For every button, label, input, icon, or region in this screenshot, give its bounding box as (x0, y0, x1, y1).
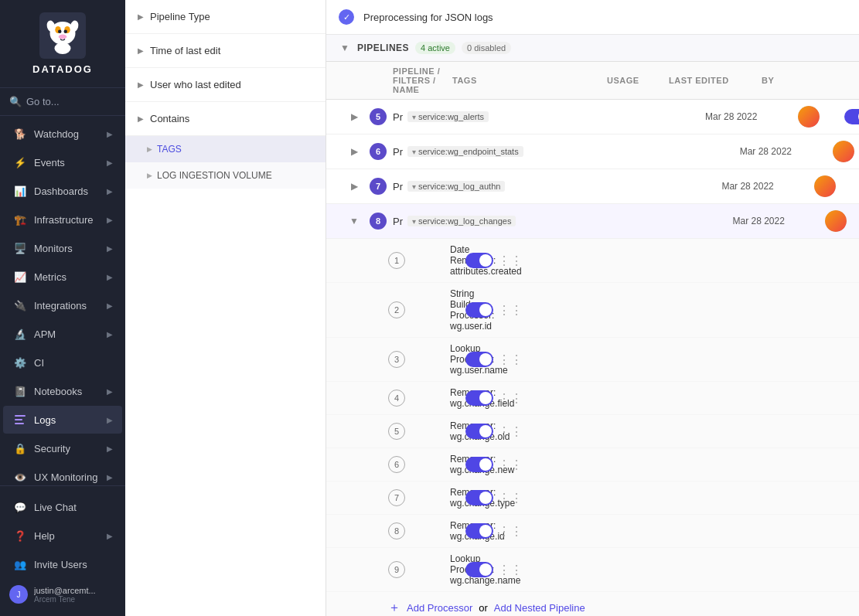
processor-toggle[interactable] (465, 352, 493, 367)
processor-row[interactable]: 1 Date Remapper: attributes.created ⋮⋮ (326, 239, 859, 283)
more-options-icon[interactable]: ⋮⋮ (498, 254, 523, 268)
more-options-icon[interactable]: ⋮⋮ (498, 524, 523, 539)
sidebar-item-ux-monitoring[interactable]: 👁️ UX Monitoring ▶ (3, 463, 122, 485)
filter-contains-label: Contains (150, 113, 189, 124)
filter-user-header[interactable]: ▶ User who last edited (125, 68, 326, 101)
invite-icon: 👥 (12, 556, 28, 572)
sidebar-item-integrations[interactable]: 🔌 Integrations ▶ (3, 291, 122, 319)
processor-row[interactable]: 2 String Builder Processor: wg.user.id ⋮… (326, 283, 859, 338)
disabled-count-badge: 0 disabled (462, 42, 511, 54)
more-options-icon[interactable]: ⋮⋮ (498, 563, 523, 577)
processor-toggle[interactable] (465, 457, 493, 472)
processor-toggle[interactable] (465, 424, 493, 439)
processor-num-badge: 4 (388, 390, 405, 407)
processor-row[interactable]: 3 Lookup Processor: wg.user.name ⋮⋮ (326, 338, 859, 382)
processor-toggle[interactable] (465, 253, 493, 268)
processor-name: Remapper: wg.change.new (442, 454, 465, 475)
chevron-right-icon: ▶ (107, 244, 113, 253)
sidebar-search-area[interactable]: 🔍 Go to... (0, 88, 125, 116)
monitors-icon: 🖥️ (12, 240, 28, 256)
chevron-right-icon: ▶ (107, 216, 113, 224)
pipeline-num-badge: 6 (370, 143, 387, 160)
filter-icon: ▾ (412, 217, 416, 226)
sidebar-item-metrics[interactable]: 📈 Metrics ▶ (3, 263, 122, 291)
processor-name: Lookup Processor: wg.user.name (442, 343, 465, 376)
more-options-icon[interactable]: ⋮⋮ (498, 458, 523, 472)
pipeline-row[interactable]: ▶ 5 Pr ▾ service:wg_alerts Mar 28 2022 (326, 100, 859, 134)
processor-row[interactable]: 4 Remapper: wg.change.field ⋮⋮ (326, 382, 859, 415)
more-options-icon[interactable]: ⋮⋮ (498, 424, 523, 439)
processor-toggle[interactable] (465, 490, 493, 505)
or-label: or (479, 602, 488, 614)
processor-num-badge: 6 (388, 456, 405, 473)
processor-row[interactable]: 8 Remapper: wg.change.id ⋮⋮ (326, 515, 859, 548)
more-options-icon[interactable]: ⋮⋮ (498, 491, 523, 505)
chevron-right-icon: ▶ (107, 444, 113, 453)
filter-pipeline-type-header[interactable]: ▶ Pipeline Type (125, 0, 326, 33)
pipeline-row[interactable]: ▶ 6 Pr ▾ service:wg_endpoint_stats Mar 2… (326, 134, 859, 169)
sidebar-item-ci[interactable]: ⚙️ CI (3, 349, 122, 376)
sidebar-item-label: Watchdog (34, 128, 107, 140)
pipeline-table-header: ▼ PIPELINES 4 active 0 disabled (326, 35, 859, 62)
processor-name: Remapper: wg.change.old (442, 420, 465, 442)
goto-label: Go to... (26, 96, 60, 107)
processor-toggle[interactable] (465, 562, 493, 577)
processor-toggle[interactable] (465, 523, 493, 539)
more-options-icon[interactable]: ⋮⋮ (498, 391, 523, 406)
processor-row[interactable]: 7 Remapper: wg.change.type ⋮⋮ (326, 482, 859, 515)
chevron-right-icon: ▶ (107, 301, 113, 310)
filter-contains-header[interactable]: ▶ Contains (125, 102, 326, 135)
expand-button[interactable]: ▶ (339, 179, 370, 193)
sidebar-item-monitors[interactable]: 🖥️ Monitors ▶ (3, 234, 122, 262)
sidebar-item-label: Dashboards (34, 185, 107, 197)
processor-row[interactable]: 5 Remapper: wg.change.old ⋮⋮ (326, 415, 859, 448)
chevron-right-icon: ▶ (147, 145, 152, 153)
sidebar-item-watchdog[interactable]: 🐕 Watchdog ▶ (3, 120, 122, 148)
pipeline-toggle[interactable] (844, 109, 859, 124)
add-nested-pipeline-link[interactable]: Add Nested Pipeline (494, 602, 585, 614)
pipeline-last-edited: Mar 28 2022 (740, 146, 833, 157)
pipeline-row-expanded[interactable]: ▼ 8 Pr ▾ service:wg_log_changes Mar 28 2… (326, 204, 859, 239)
sidebar-item-label: Security (34, 443, 107, 454)
sidebar-item-infrastructure[interactable]: 🏗️ Infrastructure ▶ (3, 206, 122, 233)
more-options-icon[interactable]: ⋮⋮ (498, 303, 523, 318)
processor-toggle[interactable] (465, 302, 493, 318)
sidebar-item-dashboards[interactable]: 📊 Dashboards ▶ (3, 177, 122, 205)
add-processor-link[interactable]: Add Processor (407, 602, 472, 614)
processor-row[interactable]: 9 Lookup Processor: wg.change.name ⋮⋮ (326, 548, 859, 592)
sidebar-item-invite-users[interactable]: 👥 Invite Users (3, 550, 122, 578)
expand-button[interactable]: ▶ (339, 110, 370, 124)
collapse-all-button[interactable]: ▼ (339, 41, 351, 55)
processor-name: Remapper: wg.change.type (442, 487, 465, 509)
svg-point-6 (59, 35, 67, 39)
sidebar-item-security[interactable]: 🔒 Security ▶ (3, 434, 122, 462)
user-area[interactable]: J justin@arcemt... Arcem Tene (0, 579, 125, 610)
sidebar-item-logs[interactable]: Logs ▶ (3, 406, 122, 434)
processor-num-badge: 3 (388, 351, 405, 368)
watchdog-icon: 🐕 (12, 126, 28, 141)
sidebar-item-apm[interactable]: 🔬 APM ▶ (3, 320, 122, 348)
filter-tag: ▾ service:wg_log_authn (407, 181, 505, 192)
filter-sub-log-ingestion[interactable]: ▶ LOG INGESTION VOLUME (125, 162, 326, 189)
avatar (798, 106, 820, 128)
filter-sub-tags[interactable]: ▶ TAGS (125, 136, 326, 162)
filter-sub-ingestion-label: LOG INGESTION VOLUME (157, 170, 272, 181)
processor-toggle[interactable] (465, 390, 493, 406)
goto-button[interactable]: 🔍 Go to... (9, 96, 116, 107)
processor-actions: ⋮⋮ (465, 523, 808, 539)
more-options-icon[interactable]: ⋮⋮ (498, 352, 523, 367)
filter-time-header[interactable]: ▶ Time of last edit (125, 34, 326, 67)
sidebar-item-label: Monitors (34, 243, 107, 254)
pipeline-row[interactable]: ▶ 7 Pr ▾ service:wg_log_authn Mar 28 202… (326, 169, 859, 204)
processor-row[interactable]: 6 Remapper: wg.change.new ⋮⋮ (326, 448, 859, 482)
sidebar-item-livechat[interactable]: 💬 Live Chat (3, 493, 122, 521)
sidebar-item-help[interactable]: ❓ Help ▶ (3, 522, 122, 550)
expand-button[interactable]: ▼ (339, 214, 370, 228)
chevron-right-icon: ▶ (138, 114, 144, 123)
filter-time-label: Time of last edit (150, 45, 220, 56)
svg-rect-11 (15, 419, 22, 420)
sidebar-item-label: Events (34, 157, 107, 168)
expand-button[interactable]: ▶ (339, 145, 370, 158)
sidebar-item-notebooks[interactable]: 📓 Notebooks ▶ (3, 377, 122, 405)
sidebar-item-events[interactable]: ⚡ Events ▶ (3, 148, 122, 176)
